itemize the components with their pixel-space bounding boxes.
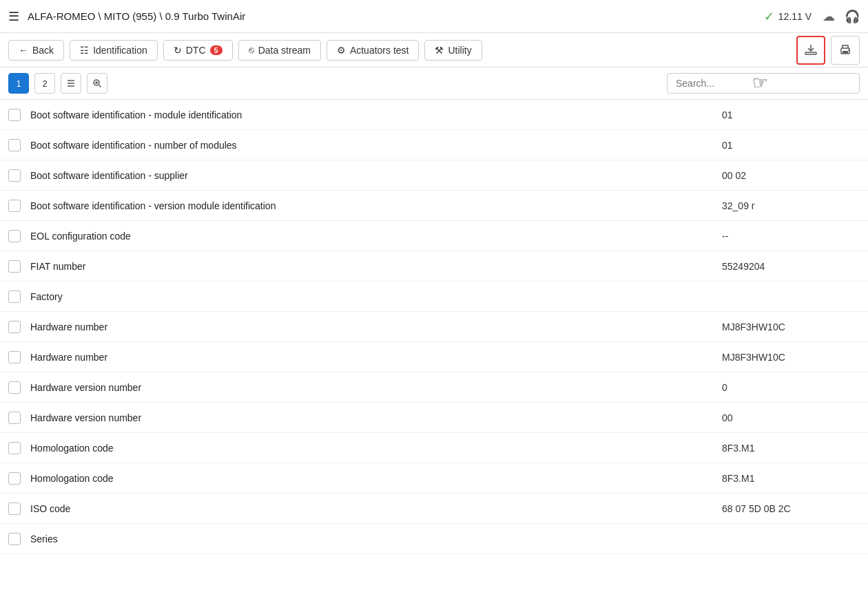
row-checkbox[interactable]	[8, 381, 21, 394]
version-check-icon: ✓	[764, 9, 774, 24]
row-label: ISO code	[30, 503, 722, 514]
row-label: Factory	[30, 291, 722, 302]
row-checkbox[interactable]	[8, 109, 21, 121]
row-checkbox[interactable]	[8, 230, 21, 242]
actuators-test-label: Actuators test	[350, 45, 409, 56]
export-button[interactable]	[796, 36, 825, 65]
row-checkbox[interactable]	[8, 139, 21, 151]
utility-tab[interactable]: ⚒ Utility	[424, 40, 482, 61]
row-value: 32_09 г	[722, 200, 860, 211]
page-1-button[interactable]: 1	[8, 73, 29, 94]
row-checkbox[interactable]	[8, 472, 21, 485]
row-value: MJ8F3HW10C	[722, 352, 860, 363]
page-1-label: 1	[16, 78, 21, 89]
back-icon: ←	[19, 45, 28, 56]
version-info: ✓ 12.11 V	[764, 9, 812, 24]
row-label: Boot software identification - number of…	[30, 140, 722, 151]
row-value: 55249204	[722, 261, 860, 272]
print-icon	[838, 43, 852, 57]
row-value: 01	[722, 109, 860, 120]
page-2-button[interactable]: 2	[34, 73, 55, 94]
content-area: 1 2	[0, 67, 868, 603]
table-row: Hardware numberMJ8F3HW10C	[0, 312, 868, 342]
actuators-test-icon: ⚙	[337, 45, 346, 56]
table-row: Homologation code8F3.M1	[0, 433, 868, 463]
row-checkbox[interactable]	[8, 502, 21, 515]
identification-label: Identification	[93, 45, 147, 56]
table-row: EOL configuration code--	[0, 221, 868, 251]
row-label: FIAT number	[30, 261, 722, 272]
row-checkbox[interactable]	[8, 169, 21, 182]
zoom-button[interactable]	[87, 73, 107, 94]
row-checkbox[interactable]	[8, 533, 21, 545]
zoom-icon	[92, 78, 102, 88]
table-row: Hardware numberMJ8F3HW10C	[0, 342, 868, 372]
dtc-icon: ↻	[174, 45, 182, 56]
table-row: Hardware version number00	[0, 403, 868, 433]
toolbar: ← Back ☷ Identification ↻ DTC 5 ⎋ Data s…	[0, 33, 868, 67]
headphone-icon[interactable]: 🎧	[845, 9, 860, 24]
actuators-test-tab[interactable]: ⚙ Actuators test	[327, 40, 420, 61]
row-label: Hardware version number	[30, 412, 722, 423]
table-row: Hardware version number0	[0, 372, 868, 403]
identification-tab[interactable]: ☷ Identification	[70, 40, 158, 61]
search-input[interactable]	[667, 73, 860, 94]
data-stream-icon: ⎋	[249, 45, 254, 55]
row-checkbox[interactable]	[8, 321, 21, 333]
table-row: Factory	[0, 282, 868, 312]
svg-point-4	[848, 50, 849, 51]
dtc-badge: 5	[210, 45, 223, 55]
svg-line-9	[99, 85, 101, 87]
version-label: 12.11 V	[778, 11, 812, 22]
table-row: Homologation code8F3.M1	[0, 463, 868, 494]
row-label: Homologation code	[30, 443, 722, 454]
row-value: 00	[722, 412, 860, 423]
data-table: Boot software identification - module id…	[0, 100, 868, 603]
cloud-icon[interactable]: ☁	[823, 9, 835, 24]
page-2-label: 2	[42, 78, 47, 89]
row-label: Homologation code	[30, 473, 722, 484]
row-checkbox[interactable]	[8, 442, 21, 454]
utility-label: Utility	[448, 45, 471, 56]
row-value: 8F3.M1	[722, 443, 860, 454]
dtc-tab[interactable]: ↻ DTC 5	[163, 40, 233, 61]
table-row: FIAT number55249204	[0, 251, 868, 282]
row-checkbox[interactable]	[8, 351, 21, 363]
data-stream-label: Data stream	[258, 45, 311, 56]
list-icon	[66, 78, 76, 88]
row-label: Series	[30, 533, 722, 544]
print-button[interactable]	[831, 36, 860, 65]
table-row: Series	[0, 524, 868, 554]
table-row: ISO code68 07 5D 0B 2C	[0, 494, 868, 524]
row-value: 00 02	[722, 170, 860, 181]
row-checkbox[interactable]	[8, 200, 21, 212]
dtc-label: DTC	[186, 45, 206, 56]
row-checkbox[interactable]	[8, 412, 21, 424]
row-checkbox[interactable]	[8, 290, 21, 303]
row-label: Hardware number	[30, 321, 722, 332]
topbar-right: ✓ 12.11 V ☁ 🎧	[764, 9, 860, 24]
menu-icon[interactable]: ☰	[8, 9, 19, 24]
row-value: 0	[722, 382, 860, 393]
row-label: Hardware version number	[30, 382, 722, 393]
row-label: Boot software identification - module id…	[30, 109, 722, 120]
row-value: 01	[722, 140, 860, 151]
sub-toolbar: 1 2	[0, 67, 868, 100]
row-label: Boot software identification - version m…	[30, 200, 722, 211]
svg-rect-0	[805, 52, 816, 54]
back-label: Back	[32, 45, 54, 56]
identification-icon: ☷	[80, 45, 89, 56]
topbar: ☰ ALFA-ROMEO \ MITO (955) \ 0.9 Turbo Tw…	[0, 0, 868, 33]
back-button[interactable]: ← Back	[8, 40, 64, 61]
svg-rect-3	[843, 51, 848, 53]
table-row: Boot software identification - version m…	[0, 191, 868, 221]
export-icon	[804, 43, 818, 57]
table-row: Boot software identification - supplier0…	[0, 160, 868, 191]
row-value: 8F3.M1	[722, 473, 860, 484]
row-value: 68 07 5D 0B 2C	[722, 503, 860, 514]
row-value: MJ8F3HW10C	[722, 321, 860, 332]
row-checkbox[interactable]	[8, 260, 21, 273]
list-view-button[interactable]	[61, 73, 81, 94]
data-stream-tab[interactable]: ⎋ Data stream	[238, 40, 321, 61]
row-label: Hardware number	[30, 352, 722, 363]
